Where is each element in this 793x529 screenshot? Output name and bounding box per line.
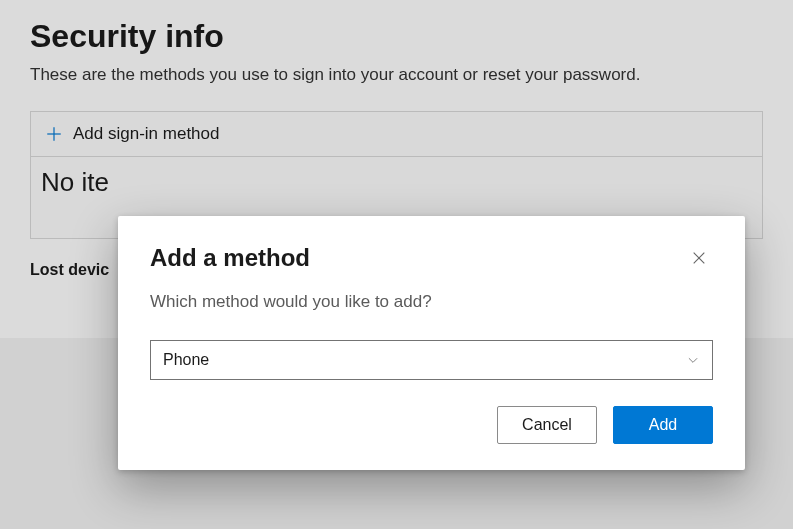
add-button[interactable]: Add [613, 406, 713, 444]
close-button[interactable] [685, 244, 713, 272]
method-select-value: Phone [163, 351, 209, 369]
dialog-prompt: Which method would you like to add? [150, 292, 713, 312]
page-title: Security info [30, 18, 763, 55]
dialog-header: Add a method [150, 244, 713, 272]
add-method-dialog: Add a method Which method would you like… [118, 216, 745, 470]
close-icon [691, 250, 707, 266]
cancel-button[interactable]: Cancel [497, 406, 597, 444]
method-select[interactable]: Phone [150, 340, 713, 380]
plus-icon [45, 125, 63, 143]
dialog-title: Add a method [150, 244, 310, 272]
dialog-actions: Cancel Add [150, 406, 713, 444]
add-sign-in-method-button[interactable]: Add sign-in method [31, 112, 762, 157]
chevron-down-icon [686, 353, 700, 367]
page-subtitle: These are the methods you use to sign in… [30, 65, 763, 85]
add-sign-in-method-label: Add sign-in method [73, 124, 219, 144]
